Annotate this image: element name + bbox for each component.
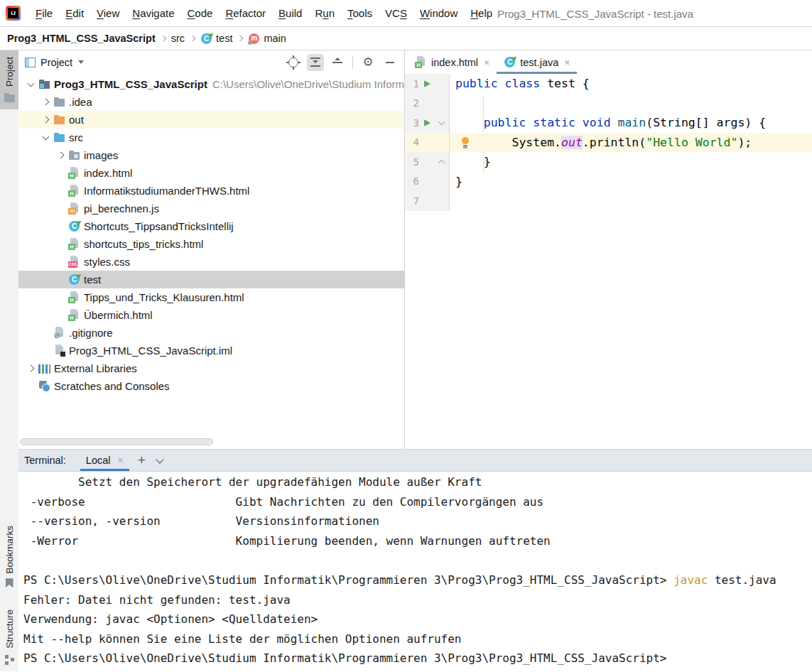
terminal-tab-local[interactable]: Local× xyxy=(80,450,129,471)
tree-item-label: Scratches and Consoles xyxy=(54,380,170,392)
fold-marker-icon[interactable] xyxy=(438,118,445,125)
hide-button[interactable] xyxy=(381,54,399,71)
menu-edit[interactable]: Edit xyxy=(59,4,90,22)
breadcrumb-item-main[interactable]: main xyxy=(248,33,286,45)
project-view-icon xyxy=(25,58,36,67)
tree-row[interactable]: src xyxy=(18,129,404,146)
project-toolbar: ⚙ xyxy=(285,54,399,71)
tree-row[interactable]: Hindex.html xyxy=(18,164,404,182)
code-segment xyxy=(455,116,484,129)
tree-chevron-open-icon[interactable] xyxy=(38,136,53,139)
horizontal-scrollbar[interactable] xyxy=(20,438,213,445)
stripe-tab-bookmarks[interactable]: Bookmarks xyxy=(0,519,18,594)
ide-window: FileEditViewNavigateCodeRefactorBuildRun… xyxy=(0,0,812,672)
menu-help[interactable]: Help xyxy=(464,4,499,22)
tree-chevron-closed-icon[interactable] xyxy=(23,366,38,371)
code-segment: public static void xyxy=(484,116,618,129)
file-type-badge: H xyxy=(68,297,75,303)
tree-row[interactable]: images xyxy=(18,146,404,164)
project-view-title[interactable]: Project xyxy=(40,57,72,68)
tree-chevron-closed-icon[interactable] xyxy=(38,99,53,104)
tree-chevron-closed-icon[interactable] xyxy=(38,117,53,122)
bookmark-icon xyxy=(6,578,13,587)
f-out-icon xyxy=(53,114,65,126)
stripe-tab-project[interactable]: Project xyxy=(0,50,18,109)
locate-icon xyxy=(288,58,298,67)
terminal-dropdown-icon[interactable] xyxy=(156,455,163,463)
menu-code[interactable]: Code xyxy=(181,4,220,22)
editor-content[interactable]: 1public class test {23 public static voi… xyxy=(405,74,812,449)
breadcrumb-item-src[interactable]: src xyxy=(171,33,185,44)
js-icon: JS xyxy=(68,202,80,215)
terminal-line: PS C:\Users\Olive\OneDrive\Studium Infor… xyxy=(23,570,812,590)
line-number: 4 xyxy=(405,136,419,148)
menu-refactor[interactable]: Refactor xyxy=(219,4,272,22)
code-segment: } xyxy=(455,155,491,168)
toolbar-separator xyxy=(352,56,353,69)
fold-marker-icon[interactable] xyxy=(438,159,445,166)
run-button-icon[interactable] xyxy=(424,80,431,87)
hide-icon xyxy=(386,62,394,63)
tree-row[interactable]: JSpi_berechnen.js xyxy=(18,200,404,217)
breadcrumb-item-test[interactable]: test xyxy=(200,33,232,45)
editor-tab-index.html[interactable]: Hindex.html× xyxy=(408,50,497,74)
tree-row[interactable]: .idea xyxy=(18,93,404,111)
breadcrumb-item-prog3_html_css_javascript[interactable]: Prog3_HTML_CSS_JavaScript xyxy=(7,33,156,44)
new-terminal-session-button[interactable]: + xyxy=(138,452,146,468)
run-button-icon[interactable] xyxy=(424,119,431,126)
icon-accent xyxy=(74,154,78,158)
terminal-output[interactable]: Setzt den Speicherort der upgradefähigen… xyxy=(18,472,812,671)
editor-gutter: 7 xyxy=(405,191,450,211)
editor-gutter: 5 xyxy=(405,152,450,172)
tree-row[interactable]: Hshortcuts_tips_tricks.html xyxy=(18,235,404,253)
line-number: 5 xyxy=(405,156,419,168)
f-gray-icon xyxy=(53,96,65,108)
menu-file[interactable]: File xyxy=(29,4,59,22)
intention-bulb-icon[interactable] xyxy=(461,137,470,148)
tree-row[interactable]: External Libraries xyxy=(18,359,404,377)
close-tab-icon[interactable]: × xyxy=(484,57,489,68)
project-view-dropdown-icon[interactable] xyxy=(78,60,84,64)
code-segment: ); xyxy=(737,136,752,149)
tree-row[interactable]: CSSstyles.css xyxy=(18,253,404,271)
collapse-all-button[interactable] xyxy=(329,54,346,71)
stripe-tab-structure[interactable]: Structure xyxy=(0,603,18,671)
iml-icon xyxy=(53,345,65,357)
tree-row[interactable]: ⊘.gitignore xyxy=(18,324,404,342)
tree-chevron-closed-icon[interactable] xyxy=(53,153,68,158)
close-tab-icon[interactable]: × xyxy=(564,57,570,68)
menu-build[interactable]: Build xyxy=(272,4,308,22)
file-type-badge: ⊘ xyxy=(53,332,60,339)
locate-button[interactable] xyxy=(285,54,302,71)
tree-chevron-open-icon[interactable] xyxy=(23,83,38,86)
menu-vcs[interactable]: VCS xyxy=(379,4,413,22)
tree-row[interactable]: test xyxy=(18,271,404,288)
terminal-text: test.java xyxy=(708,573,776,587)
menu-window[interactable]: Window xyxy=(413,4,464,22)
menu-view[interactable]: View xyxy=(90,4,126,22)
html-icon: H xyxy=(68,167,80,179)
tree-row[interactable]: out xyxy=(18,111,404,129)
editor-tabs: Hindex.html×test.java× xyxy=(405,50,812,74)
tree-row[interactable]: HÜbermich.html xyxy=(18,306,404,324)
terminal-line xyxy=(23,551,812,570)
tree-row[interactable]: Prog3_HTML_CSS_JavaScriptC:\Users\Olive\… xyxy=(18,75,404,93)
expand-all-button[interactable] xyxy=(307,54,324,71)
gutter-run-column xyxy=(419,119,435,126)
tree-row[interactable]: Shortcuts_TippsandTricksIntellij xyxy=(18,217,404,235)
settings-button[interactable]: ⚙ xyxy=(359,54,377,71)
tree-row[interactable]: Scratches and Consoles xyxy=(18,377,404,395)
tree-row[interactable]: HTipps_und_Tricks_Klausuren.html xyxy=(18,288,404,306)
menu-navigate[interactable]: Navigate xyxy=(126,4,180,22)
code-text: System.out.println("Hello World"); xyxy=(450,136,752,149)
code-text: public class test { xyxy=(450,77,590,90)
editor-tab-test.java[interactable]: test.java× xyxy=(497,50,577,74)
tree-row[interactable]: Prog3_HTML_CSS_JavaScript.iml xyxy=(18,342,404,359)
menu-run[interactable]: Run xyxy=(308,4,341,22)
html-icon: H xyxy=(68,291,80,303)
editor-line: 4 System.out.println("Hello World"); xyxy=(405,133,812,153)
tree-row[interactable]: HInformatikstudiumanderTHWS.html xyxy=(18,182,404,200)
editor-gutter: 3 xyxy=(405,113,450,133)
close-tab-icon[interactable]: × xyxy=(118,455,124,466)
menu-tools[interactable]: Tools xyxy=(341,4,379,22)
